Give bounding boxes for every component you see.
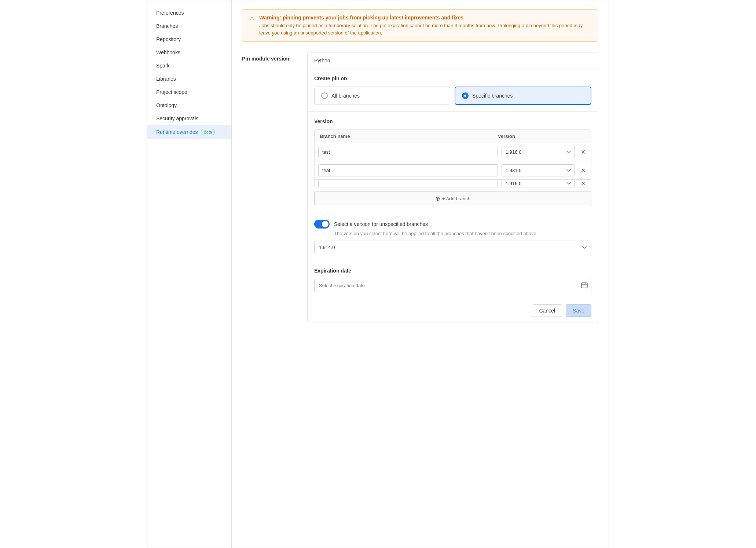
branch-name-input[interactable] <box>318 146 498 158</box>
add-circle-icon: ⊕ <box>435 195 440 202</box>
sidebar-item-spark[interactable]: Spark <box>147 59 231 72</box>
warning-icon: ⚠ <box>249 15 255 23</box>
branch-table-header: Branch name Version <box>315 130 591 143</box>
version-select[interactable]: 1.916.0 1.931.0 1.914.0 <box>502 164 575 176</box>
expiration-input-wrapper <box>314 279 591 292</box>
toggle-section: Select a version for unspecified branche… <box>308 213 598 261</box>
toggle-row: Select a version for unspecified branche… <box>314 220 591 229</box>
sidebar-item-project-scope[interactable]: Project scope <box>147 85 231 99</box>
branch-name-input[interactable] <box>318 164 498 176</box>
remove-row-button[interactable]: ✕ <box>579 180 587 187</box>
branch-name-input[interactable] <box>318 180 498 187</box>
radio-specific-label: Specific branches <box>472 93 513 99</box>
warning-title: Warning: pinning prevents your jobs from… <box>259 15 591 21</box>
table-row: 1.916.0 1.931.0 1.914.0 ✕ <box>315 143 591 161</box>
expiration-label: Expiration date <box>314 268 591 274</box>
add-branch-label: + Add branch <box>442 196 470 201</box>
version-label: Version <box>314 118 591 124</box>
beta-badge: Beta <box>201 129 215 135</box>
radio-group: All branches Specific branches <box>314 87 591 105</box>
sidebar-item-webhooks[interactable]: Webhooks <box>147 46 231 59</box>
sidebar-item-preferences[interactable]: Preferences <box>147 6 231 19</box>
sidebar-item-label: Repository <box>156 36 181 42</box>
unspecified-version-select[interactable]: 1.914.0 1.916.0 1.931.0 <box>314 241 591 254</box>
cancel-button[interactable]: Cancel <box>532 304 562 317</box>
sidebar-item-label: Project scope <box>156 89 187 95</box>
sidebar-item-label: Runtime overrides <box>156 129 198 135</box>
sidebar-item-libraries[interactable]: Libraries <box>147 72 231 85</box>
table-row: 1.916.0 1.931.0 1.914.0 ✕ <box>315 161 591 180</box>
remove-row-button[interactable]: ✕ <box>579 166 587 175</box>
toggle-label: Select a version for unspecified branche… <box>334 221 428 227</box>
sidebar-item-label: Security approvals <box>156 116 198 121</box>
branch-rows-container: 1.916.0 1.931.0 1.914.0 ✕ 1.916.0 <box>315 143 591 187</box>
toggle-switch[interactable] <box>314 220 330 229</box>
form-section-label: Pin module version <box>242 52 297 62</box>
sidebar-item-branches[interactable]: Branches <box>147 19 231 33</box>
remove-row-button[interactable]: ✕ <box>579 148 587 157</box>
branch-name-col-header: Branch name <box>320 134 498 139</box>
form-panel: Python Create pin on All branches Specif… <box>307 52 598 322</box>
main-content: ⚠ Warning: pinning prevents your jobs fr… <box>232 0 609 548</box>
warning-banner: ⚠ Warning: pinning prevents your jobs fr… <box>242 9 598 42</box>
form-section: Pin module version Python Create pin on … <box>242 52 598 322</box>
create-pin-label: Create pin on <box>314 76 591 81</box>
sidebar-item-label: Spark <box>156 63 170 69</box>
warning-content: Warning: pinning prevents your jobs from… <box>259 15 591 36</box>
radio-circle-all <box>321 92 328 99</box>
sidebar-item-label: Ontology <box>156 102 177 108</box>
branch-table: Branch name Version 1.916.0 1.931.0 1.91… <box>314 129 591 187</box>
sidebar-item-security-approvals[interactable]: Security approvals <box>147 112 231 125</box>
expiration-date-input[interactable] <box>314 279 591 292</box>
sidebar-item-label: Libraries <box>156 76 176 82</box>
warning-body: Jobs should only be pinned as a temporar… <box>259 22 591 36</box>
version-select[interactable]: 1.916.0 <box>502 180 575 187</box>
sidebar-item-label: Branches <box>156 23 178 29</box>
sidebar-item-label: Webhooks <box>156 50 180 55</box>
sidebar-item-repository[interactable]: Repository <box>147 33 231 46</box>
sidebar-item-runtime-overrides[interactable]: Runtime overrides Beta <box>147 125 231 139</box>
form-footer: Cancel Save <box>308 299 598 322</box>
radio-specific-branches[interactable]: Specific branches <box>455 87 591 105</box>
expiration-section: Expiration date <box>308 261 598 299</box>
version-section: Version Branch name Version 1.916.0 <box>308 112 598 213</box>
sidebar-item-label: Preferences <box>156 10 184 16</box>
toggle-description: The version you select here will be appl… <box>334 231 591 236</box>
radio-circle-specific <box>462 92 469 99</box>
sidebar: Preferences Branches Repository Webhooks… <box>147 0 232 548</box>
version-select[interactable]: 1.916.0 1.931.0 1.914.0 <box>502 146 575 158</box>
radio-all-branches[interactable]: All branches <box>314 87 450 105</box>
radio-all-label: All branches <box>331 93 360 99</box>
table-row: 1.916.0 ✕ <box>315 180 591 187</box>
save-button[interactable]: Save <box>566 304 591 317</box>
module-name: Python <box>308 52 598 69</box>
sidebar-item-ontology[interactable]: Ontology <box>147 99 231 112</box>
create-pin-section: Create pin on All branches Specific bran… <box>308 69 598 112</box>
add-branch-button[interactable]: ⊕ + Add branch <box>314 191 591 206</box>
version-col-header: Version <box>498 134 571 139</box>
